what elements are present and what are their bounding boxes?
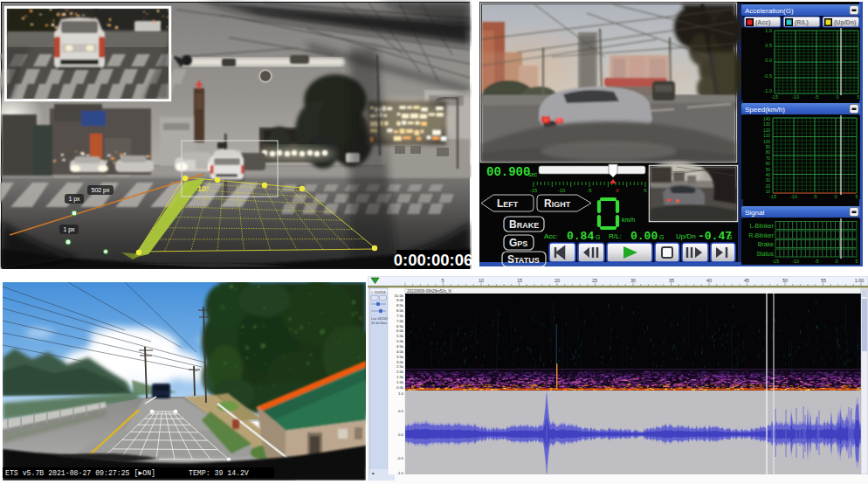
svg-text:3.0k: 3.0k [396,360,404,364]
svg-text:▲: ▲ [371,471,375,475]
svg-text:-10: -10 [792,259,799,264]
svg-text:5: 5 [855,259,858,264]
svg-text:32-bit float: 32-bit float [371,322,388,325]
svg-text:1.0k: 1.0k [396,380,404,384]
svg-text:0: 0 [834,194,837,199]
svg-text:120: 120 [763,128,770,133]
svg-text:1.5k: 1.5k [396,375,404,379]
svg-text:-15: -15 [769,194,776,199]
svg-text:-15: -15 [771,94,778,100]
svg-text:130: 130 [763,122,770,127]
svg-text:-0.5: -0.5 [764,73,772,79]
svg-text:Brake: Brake [758,241,774,247]
svg-text:40: 40 [766,173,771,177]
svg-text:0: 0 [836,94,838,100]
svg-text:6.0k: 6.0k [396,328,404,333]
svg-text:140: 140 [763,117,770,121]
svg-text:8.0k: 8.0k [396,308,404,313]
svg-text:40: 40 [706,278,712,283]
svg-text:2.5k: 2.5k [396,364,404,369]
svg-text:-15: -15 [772,259,779,264]
svg-text:0.0k: 0.0k [396,385,404,390]
svg-text:3.5k: 3.5k [396,355,404,359]
svg-text:BRAKE: BRAKE [509,218,539,231]
svg-text:G: G [596,234,600,240]
svg-text:15: 15 [517,278,522,283]
svg-text:10: 10 [479,278,484,283]
svg-text:(Acc): (Acc) [755,19,771,26]
svg-text:55: 55 [821,278,826,283]
svg-text:00.900: 00.900 [486,165,530,179]
svg-text:Up/Dn: Up/Dn [676,232,696,240]
svg-text:sec: sec [528,171,538,177]
svg-text:30: 30 [766,178,771,183]
svg-text:45: 45 [744,278,749,283]
svg-text:0.5: 0.5 [765,43,772,48]
svg-text:5.0k: 5.0k [396,339,404,343]
svg-text:-0.5: -0.5 [397,456,404,460]
svg-text:LEFT: LEFT [497,197,519,210]
svg-text:4.0k: 4.0k [396,349,404,354]
svg-text:TEMP: 39 14.2V: TEMP: 39 14.2V [189,469,249,477]
svg-text:80: 80 [766,150,771,155]
svg-text:ETS v5.7B 2021-08-27 09:27:25: ETS v5.7B 2021-08-27 09:27:25 [►ON] [5,469,155,477]
svg-text:-5: -5 [815,94,819,100]
svg-text:1 px: 1 px [63,226,75,233]
svg-text:50: 50 [766,168,771,172]
svg-text:1 px: 1 px [68,196,80,203]
svg-text:10°: 10° [197,184,210,193]
svg-text:4.5k: 4.5k [396,344,404,349]
svg-text:20220609-09h29m52s_N: 20220609-09h29m52s_N [407,289,451,294]
svg-text:0: 0 [835,259,837,264]
svg-text:-10: -10 [790,194,797,199]
svg-text:35: 35 [669,278,674,283]
svg-text:25: 25 [592,278,597,283]
svg-text:-5: -5 [815,259,819,264]
svg-text:20: 20 [766,184,771,189]
svg-text:7.0k: 7.0k [396,319,404,323]
svg-text:5: 5 [857,94,859,100]
svg-text:70: 70 [766,156,771,161]
svg-text:R-Blinker: R-Blinker [748,232,774,239]
svg-text:100: 100 [763,140,770,144]
svg-text:Speed(km/h): Speed(km/h) [745,106,785,114]
svg-text:1.0: 1.0 [398,391,404,396]
svg-text:10.0k: 10.0k [394,294,403,298]
svg-text:0.84: 0.84 [567,230,594,243]
svg-text:90: 90 [766,145,771,149]
svg-text:60: 60 [766,162,771,166]
svg-text:7.5k: 7.5k [396,314,404,318]
svg-text:-10: -10 [558,188,566,193]
svg-text:-10: -10 [792,94,799,100]
svg-text:0.0: 0.0 [765,58,772,63]
svg-text:Signal: Signal [745,209,764,217]
svg-text:20: 20 [555,278,560,283]
svg-text:km/h: km/h [622,217,635,223]
svg-text:G: G [727,234,732,240]
svg-text:-5: -5 [587,188,592,193]
svg-text:110: 110 [763,134,770,138]
svg-text:5: 5 [441,278,444,283]
svg-text:6.5k: 6.5k [396,324,404,328]
svg-text:(R/L): (R/L) [795,19,809,26]
svg-text:8.5k: 8.5k [396,303,404,308]
svg-text:9.0k: 9.0k [396,298,404,302]
svg-text:0.00: 0.00 [630,230,658,243]
svg-text:Status: Status [756,251,774,257]
svg-text:0.5: 0.5 [398,409,404,413]
svg-text:STATUS: STATUS [507,253,540,266]
svg-text:1:00: 1:00 [855,278,865,283]
svg-text:R/L:: R/L: [609,232,622,240]
svg-text:-5: -5 [813,194,817,199]
svg-text:Acceleration(G): Acceleration(G) [745,7,794,15]
svg-text:2.0k: 2.0k [396,370,404,374]
svg-text:5.5k: 5.5k [396,334,404,338]
svg-text:Acc:: Acc: [544,232,558,240]
svg-text:502 px: 502 px [91,187,110,194]
svg-text:(Up/Dn): (Up/Dn) [834,19,856,26]
svg-text:L-Blinker: L-Blinker [749,223,774,229]
svg-text:-15: -15 [530,188,538,193]
svg-text:1.0: 1.0 [765,28,772,33]
svg-text:× 202206…: × 202206… [371,290,389,294]
svg-text:GPS: GPS [509,237,527,249]
